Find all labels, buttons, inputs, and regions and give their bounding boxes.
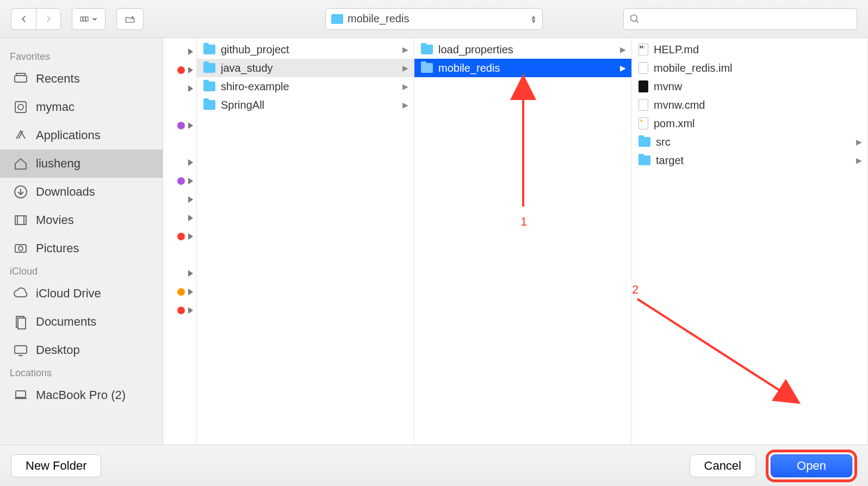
path-popup[interactable]: mobile_redis ▲▼ <box>325 8 543 30</box>
svg-point-11 <box>18 246 23 251</box>
open-button[interactable]: Open <box>771 454 852 477</box>
chevron-right-icon <box>44 14 53 24</box>
new-folder-toolbar-button[interactable] <box>116 8 144 30</box>
item-label: github_project <box>221 43 289 56</box>
chevron-right-icon: ▶ <box>620 45 626 54</box>
sidebar-section-header: Locations <box>0 364 163 381</box>
new-folder-button[interactable]: New Folder <box>11 454 101 477</box>
disclosure-triangle-icon[interactable] <box>188 196 193 203</box>
list-item[interactable]: java_study▶ <box>197 59 414 77</box>
svg-point-3 <box>631 15 637 21</box>
gutter-row <box>163 79 196 98</box>
cancel-button[interactable]: Cancel <box>690 454 756 477</box>
gutter-row <box>163 172 196 190</box>
tag-dot-orange-icon <box>177 288 185 296</box>
sidebar-item-label: Movies <box>36 213 74 227</box>
annotation-2: 2 <box>632 283 638 297</box>
item-label: java_study <box>221 62 273 74</box>
disclosure-triangle-icon[interactable] <box>188 233 193 240</box>
folder-icon <box>203 82 215 91</box>
footer: New Folder Cancel Open <box>0 445 868 486</box>
browser-body: FavoritesRecentsmymacApplicationsliushen… <box>0 38 868 445</box>
sidebar-item-desktop[interactable]: Desktop <box>0 336 163 364</box>
sidebar-item-icloud-drive[interactable]: iCloud Drive <box>0 279 163 308</box>
file-icon <box>638 62 648 74</box>
item-label: SpringAll <box>221 99 264 111</box>
disclosure-triangle-icon[interactable] <box>188 67 193 73</box>
sidebar-item-label: Downloads <box>36 185 95 199</box>
svg-rect-4 <box>15 76 27 82</box>
list-item[interactable]: mvnw <box>632 77 867 96</box>
sidebar-item-applications[interactable]: Applications <box>0 121 163 149</box>
disclosure-triangle-icon[interactable] <box>188 289 193 295</box>
chevron-right-icon: ▶ <box>402 82 408 91</box>
stepper-icon: ▲▼ <box>530 15 537 23</box>
list-item[interactable]: SpringAll▶ <box>197 96 414 114</box>
sidebar-item-downloads[interactable]: Downloads <box>0 178 163 206</box>
gutter-row <box>163 98 196 116</box>
download-icon <box>13 184 28 200</box>
column-1: github_project▶java_study▶shiro-example▶… <box>197 38 414 445</box>
list-item[interactable]: mobile_redis.iml <box>632 59 867 77</box>
disclosure-triangle-icon[interactable] <box>188 85 193 92</box>
sidebar-item-label: Recents <box>36 72 80 86</box>
annotation-open-highlight: Open <box>766 450 857 482</box>
sidebar-item-documents[interactable]: Documents <box>0 308 163 336</box>
folder-icon <box>421 63 433 73</box>
disclosure-triangle-icon[interactable] <box>188 159 193 166</box>
forward-button[interactable] <box>36 8 61 30</box>
pictures-icon <box>13 241 28 256</box>
list-item[interactable]: src▶ <box>632 133 867 151</box>
list-item[interactable]: target▶ <box>632 151 867 170</box>
disclosure-triangle-icon[interactable] <box>188 48 193 55</box>
sidebar-item-liusheng[interactable]: liusheng <box>0 149 163 178</box>
nav-back-forward <box>11 8 61 30</box>
disclosure-triangle-icon[interactable] <box>188 122 193 129</box>
list-item[interactable]: M↓HELP.md <box>632 40 867 59</box>
list-item[interactable]: mobile_redis▶ <box>414 59 631 77</box>
chevron-right-icon: ▶ <box>402 45 408 54</box>
recents-icon <box>13 71 28 86</box>
annotation-1: 1 <box>520 215 527 229</box>
sidebar-item-label: Desktop <box>36 343 80 357</box>
sidebar: FavoritesRecentsmymacApplicationsliushen… <box>0 38 163 445</box>
list-item[interactable]: mvnw.cmd <box>632 96 867 114</box>
gutter-row <box>163 153 196 172</box>
list-item[interactable]: ∿pom.xml <box>632 114 867 133</box>
svg-rect-6 <box>15 102 26 113</box>
sidebar-item-movies[interactable]: Movies <box>0 206 163 234</box>
disclosure-triangle-icon[interactable] <box>188 307 193 314</box>
disclosure-triangle-icon[interactable] <box>188 178 193 184</box>
list-item[interactable]: github_project▶ <box>197 40 414 59</box>
sidebar-item-pictures[interactable]: Pictures <box>0 234 163 263</box>
item-label: pom.xml <box>654 117 695 130</box>
sidebar-item-macbook-pro-2-[interactable]: MacBook Pro (2) <box>0 381 163 409</box>
list-item[interactable]: shiro-example▶ <box>197 77 414 96</box>
item-label: mvnw <box>654 80 682 93</box>
view-mode-button[interactable] <box>72 8 106 30</box>
columns-icon <box>80 14 90 24</box>
disclosure-triangle-icon[interactable] <box>188 215 193 221</box>
chevron-right-icon: ▶ <box>402 101 408 109</box>
item-label: HELP.md <box>654 43 699 56</box>
sidebar-item-label: liusheng <box>36 157 80 171</box>
item-label: src <box>656 136 671 148</box>
gutter-row <box>163 190 196 209</box>
desktop-icon <box>13 342 28 358</box>
tag-dot-purple-icon <box>177 177 185 185</box>
chevron-right-icon: ▶ <box>856 138 862 146</box>
chevron-left-icon <box>19 14 29 24</box>
sidebar-item-mymac[interactable]: mymac <box>0 93 163 121</box>
search-input[interactable] <box>640 13 851 25</box>
column-3: M↓HELP.mdmobile_redis.imlmvnwmvnw.cmd∿po… <box>632 38 868 445</box>
chevron-down-icon <box>92 16 97 22</box>
back-button[interactable] <box>11 8 36 30</box>
exec-file-icon <box>638 80 648 92</box>
folder-icon <box>203 45 215 54</box>
list-item[interactable]: load_properties▶ <box>414 40 631 59</box>
toolbar: mobile_redis ▲▼ <box>0 0 868 38</box>
sidebar-section-header: iCloud <box>0 263 163 279</box>
sidebar-item-recents[interactable]: Recents <box>0 65 163 93</box>
disclosure-triangle-icon[interactable] <box>188 270 193 277</box>
gutter-row <box>163 283 196 301</box>
